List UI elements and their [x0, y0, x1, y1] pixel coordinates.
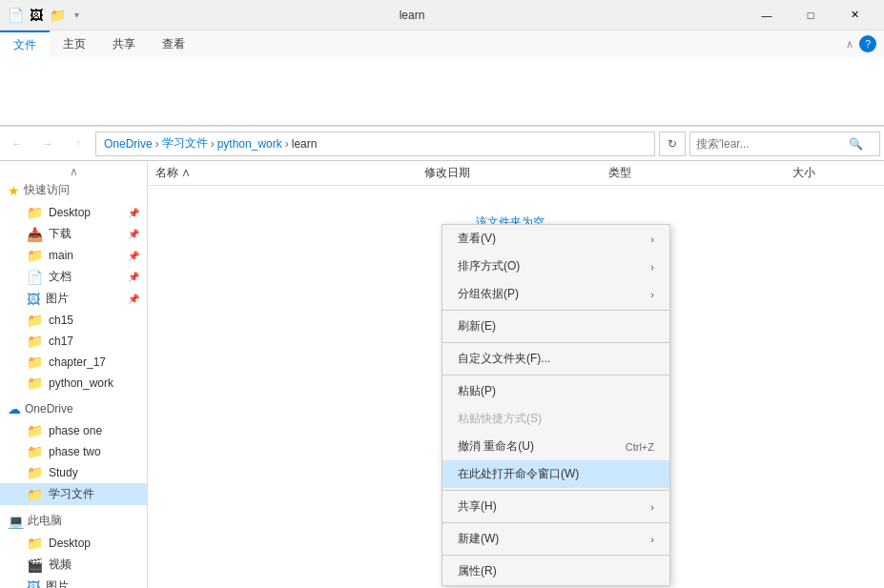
menu-item-label: 刷新(E) — [458, 318, 496, 335]
menu-separator — [442, 310, 669, 311]
menu-item-label: 分组依据(P) — [458, 286, 519, 302]
context-menu: 查看(V) › 排序方式(O) › 分组依据(P) › 刷新(E) 自定义文件夹… — [442, 224, 670, 586]
arrow-icon: › — [650, 501, 654, 513]
menu-item-undo[interactable]: 撤消 重命名(U) Ctrl+Z — [442, 433, 669, 460]
menu-separator — [442, 522, 669, 523]
menu-item-label: 排序方式(O) — [458, 258, 520, 274]
menu-separator — [442, 490, 669, 491]
menu-separator — [442, 342, 669, 343]
menu-separator — [442, 555, 669, 556]
arrow-icon: › — [650, 534, 654, 545]
menu-item-group[interactable]: 分组依据(P) › — [442, 280, 669, 308]
menu-item-paste-shortcut: 粘贴快捷方式(S) — [442, 405, 669, 433]
menu-item-label: 自定义文件夹(F)... — [458, 351, 550, 367]
menu-item-refresh[interactable]: 刷新(E) — [442, 313, 669, 340]
menu-item-label: 属性(R) — [458, 563, 497, 579]
menu-item-paste[interactable]: 粘贴(P) — [442, 377, 669, 405]
arrow-icon: › — [650, 233, 654, 245]
menu-item-properties[interactable]: 属性(R) — [442, 558, 669, 585]
menu-item-label: 新建(W) — [458, 531, 499, 547]
context-menu-overlay[interactable]: 查看(V) › 排序方式(O) › 分组依据(P) › 刷新(E) 自定义文件夹… — [0, 0, 884, 588]
menu-item-label: 撤消 重命名(U) — [458, 438, 534, 455]
menu-item-label: 在此处打开命令窗口(W) — [458, 466, 579, 482]
menu-item-label: 粘贴(P) — [458, 383, 496, 399]
menu-item-share[interactable]: 共享(H) › — [442, 493, 669, 520]
menu-separator — [442, 375, 669, 375]
arrow-icon: › — [650, 261, 654, 273]
menu-item-label: 共享(H) — [458, 498, 497, 515]
menu-item-label: 粘贴快捷方式(S) — [458, 411, 542, 427]
menu-item-new[interactable]: 新建(W) › — [442, 525, 669, 553]
arrow-icon: › — [650, 289, 654, 300]
shortcut-label: Ctrl+Z — [626, 441, 654, 453]
menu-item-open-cmd[interactable]: 在此处打开命令窗口(W) — [442, 460, 669, 488]
menu-item-label: 查看(V) — [458, 231, 496, 247]
menu-item-view[interactable]: 查看(V) › — [442, 225, 669, 253]
menu-item-sort[interactable]: 排序方式(O) › — [442, 253, 669, 280]
menu-item-customize[interactable]: 自定义文件夹(F)... — [442, 345, 669, 373]
